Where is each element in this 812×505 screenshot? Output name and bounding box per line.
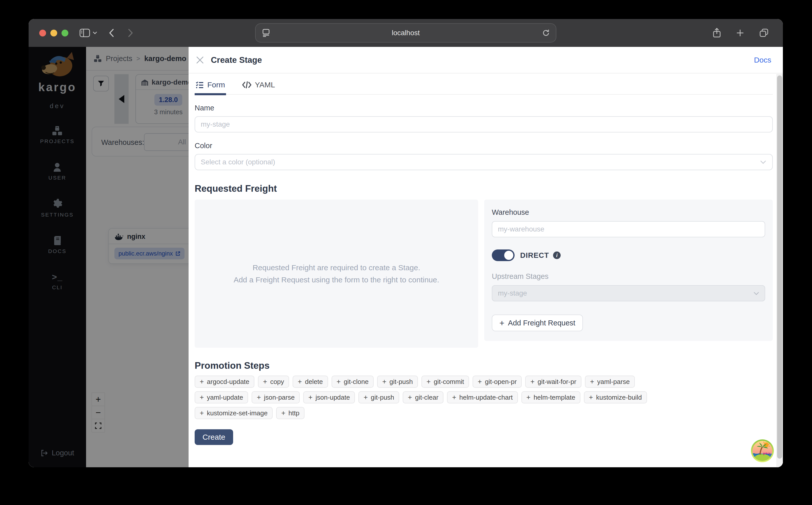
modal-backdrop[interactable] bbox=[29, 47, 189, 467]
direct-toggle[interactable] bbox=[492, 249, 515, 261]
minimize-window-button[interactable] bbox=[50, 30, 57, 36]
promotion-step-chip[interactable]: +git-clone bbox=[332, 376, 374, 388]
promotion-step-label: git-push bbox=[371, 393, 394, 401]
url-bar[interactable]: localhost bbox=[255, 23, 556, 42]
code-icon bbox=[242, 81, 251, 89]
scrollbar-thumb[interactable] bbox=[777, 75, 782, 459]
promotion-step-chip[interactable]: +git-clear bbox=[403, 391, 444, 403]
upstream-stages-select[interactable]: my-stage bbox=[492, 285, 765, 301]
promotion-step-label: json-update bbox=[316, 393, 350, 401]
user-avatar[interactable] bbox=[751, 439, 774, 463]
close-icon[interactable] bbox=[196, 56, 204, 64]
promotion-step-label: yaml-parse bbox=[597, 378, 630, 386]
promotion-step-chip[interactable]: +yaml-parse bbox=[585, 376, 635, 388]
plus-icon: + bbox=[200, 409, 204, 417]
promotion-step-label: http bbox=[289, 409, 299, 417]
promotion-step-chip[interactable]: +git-wait-for-pr bbox=[525, 376, 581, 388]
promotion-step-label: kustomize-set-image bbox=[207, 409, 268, 417]
plus-icon: + bbox=[257, 393, 261, 401]
promotion-step-label: helm-update-chart bbox=[460, 393, 513, 401]
modal-header: Create Stage Docs bbox=[189, 47, 783, 73]
close-window-button[interactable] bbox=[39, 30, 46, 36]
plus-icon: + bbox=[527, 393, 531, 401]
back-icon[interactable] bbox=[109, 29, 114, 37]
new-tab-icon[interactable] bbox=[736, 29, 745, 37]
promotion-step-label: git-clear bbox=[415, 393, 439, 401]
promotion-step-label: git-commit bbox=[434, 378, 464, 386]
url-text: localhost bbox=[256, 29, 556, 37]
screenshot-root: localhost bbox=[0, 0, 812, 505]
plus-icon: + bbox=[590, 378, 594, 386]
modal-scrollbar[interactable] bbox=[776, 74, 783, 467]
chevron-down-icon bbox=[760, 160, 766, 164]
plus-icon: + bbox=[499, 318, 505, 328]
warehouse-field-label: Warehouse bbox=[492, 208, 765, 216]
empty-state-line1: Requested Freight are required to create… bbox=[253, 264, 420, 272]
modal-title: Create Stage bbox=[211, 55, 262, 65]
promotion-step-chip[interactable]: +kustomize-build bbox=[584, 391, 647, 403]
promotion-step-chip[interactable]: +json-parse bbox=[252, 391, 300, 403]
toolbar-right-icons bbox=[713, 28, 769, 38]
tab-overview-icon[interactable] bbox=[759, 28, 769, 37]
promotion-step-chip[interactable]: +helm-update-chart bbox=[447, 391, 518, 403]
chevron-down-icon bbox=[754, 292, 759, 295]
browser-toolbar: localhost bbox=[29, 19, 783, 47]
promotion-step-chip[interactable]: +argocd-update bbox=[195, 376, 254, 388]
plus-icon: + bbox=[200, 393, 204, 401]
promotion-step-chip[interactable]: +kustomize-set-image bbox=[195, 407, 273, 419]
promotion-step-chip[interactable]: +git-push bbox=[358, 391, 399, 403]
tab-yaml-label: YAML bbox=[255, 80, 275, 89]
chip-row: +kustomize-set-image+http bbox=[195, 407, 773, 419]
requested-freight-heading: Requested Freight bbox=[195, 183, 773, 194]
plus-icon: + bbox=[363, 393, 367, 401]
promotion-step-chip[interactable]: +git-commit bbox=[422, 376, 469, 388]
color-select-placeholder: Select a color (optional) bbox=[201, 158, 275, 166]
promotion-step-chip[interactable]: +delete bbox=[293, 376, 328, 388]
plus-icon: + bbox=[298, 378, 302, 386]
promotion-step-label: argocd-update bbox=[207, 378, 249, 386]
promotion-steps-heading: Promotion Steps bbox=[195, 360, 773, 371]
color-select[interactable]: Select a color (optional) bbox=[195, 154, 773, 170]
plus-icon: + bbox=[530, 378, 534, 386]
zoom-window-button[interactable] bbox=[61, 30, 68, 36]
modal-body: Form YAML Name Color Select a col bbox=[189, 73, 783, 467]
chip-row: +argocd-update+copy+delete+git-clone+git… bbox=[195, 376, 773, 388]
chip-row: +yaml-update+json-parse+json-update+git-… bbox=[195, 391, 773, 403]
docs-link[interactable]: Docs bbox=[754, 56, 771, 64]
plus-icon: + bbox=[200, 378, 204, 386]
traffic-lights bbox=[39, 30, 68, 36]
promotion-step-label: kustomize-build bbox=[596, 393, 642, 401]
create-button[interactable]: Create bbox=[195, 429, 233, 445]
forward-icon[interactable] bbox=[128, 29, 133, 37]
sidebar-toggle-icon[interactable] bbox=[79, 29, 90, 37]
plus-icon: + bbox=[382, 378, 386, 386]
plus-icon: + bbox=[589, 393, 593, 401]
promotion-steps-chips: +argocd-update+copy+delete+git-clone+git… bbox=[195, 376, 773, 419]
create-stage-modal: Create Stage Docs Form bbox=[189, 47, 783, 467]
freight-request-form: Warehouse DIRECT i Upstream Stages bbox=[484, 200, 773, 341]
tab-form[interactable]: Form bbox=[195, 80, 226, 95]
add-freight-request-button[interactable]: + Add Freight Request bbox=[492, 315, 583, 331]
reload-icon[interactable] bbox=[542, 29, 550, 37]
info-icon[interactable]: i bbox=[553, 251, 561, 259]
promotion-step-chip[interactable]: +helm-template bbox=[521, 391, 580, 403]
upstream-stages-placeholder: my-stage bbox=[498, 289, 527, 297]
promotion-step-chip[interactable]: +json-update bbox=[303, 391, 355, 403]
chevron-down-icon[interactable] bbox=[93, 31, 97, 34]
promotion-step-chip[interactable]: +http bbox=[276, 407, 304, 419]
direct-toggle-label: DIRECT bbox=[520, 251, 549, 260]
share-icon[interactable] bbox=[713, 28, 721, 38]
promotion-step-chip[interactable]: +git-push bbox=[377, 376, 418, 388]
promotion-step-label: json-parse bbox=[264, 393, 295, 401]
add-freight-request-label: Add Freight Request bbox=[508, 319, 575, 327]
tab-yaml[interactable]: YAML bbox=[241, 80, 276, 95]
browser-window: localhost bbox=[29, 19, 783, 467]
promotion-step-chip[interactable]: +copy bbox=[258, 376, 289, 388]
requested-freight-empty-state: Requested Freight are required to create… bbox=[195, 200, 478, 348]
promotion-step-chip[interactable]: +git-open-pr bbox=[473, 376, 522, 388]
promotion-step-label: git-push bbox=[389, 378, 413, 386]
page-icon[interactable] bbox=[262, 29, 270, 37]
name-input[interactable] bbox=[195, 116, 773, 133]
warehouse-input[interactable] bbox=[492, 221, 765, 237]
promotion-step-chip[interactable]: +yaml-update bbox=[195, 391, 248, 403]
